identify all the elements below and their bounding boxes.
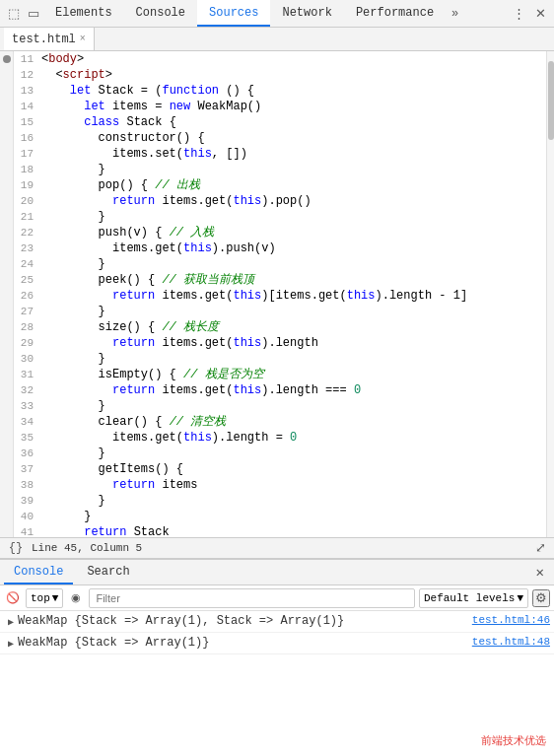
code-line[interactable]: 14 let items = new WeakMap()	[14, 99, 546, 114]
code-line[interactable]: 30 }	[14, 351, 546, 367]
code-line[interactable]: 25 peek() { // 获取当前栈顶	[14, 272, 546, 288]
code-line[interactable]: 12 <script>	[14, 67, 546, 83]
code-line[interactable]: 16 constructor() {	[14, 130, 546, 146]
line-number: 39	[14, 493, 41, 509]
line-number: 30	[14, 351, 41, 367]
line-content: push(v) { // 入栈	[41, 225, 546, 241]
tab-sources[interactable]: Sources	[197, 0, 270, 27]
tab-elements[interactable]: Elements	[43, 0, 124, 27]
code-line[interactable]: 24 }	[14, 256, 546, 272]
code-line[interactable]: 22 push(v) { // 入栈	[14, 225, 546, 241]
code-line[interactable]: 38 return items	[14, 477, 546, 493]
line-number: 11	[14, 51, 41, 67]
code-line[interactable]: 29 return items.get(this).length	[14, 335, 546, 351]
code-line[interactable]: 18 }	[14, 162, 546, 177]
line-number: 35	[14, 430, 41, 446]
code-line[interactable]: 41 return Stack	[14, 524, 546, 537]
line-content: let Stack = (function () {	[41, 83, 546, 99]
code-line[interactable]: 23 items.get(this).push(v)	[14, 241, 546, 256]
line-number: 14	[14, 99, 41, 114]
devtools-tabs: Elements Console Sources Network Perform…	[43, 0, 509, 27]
line-content: }	[41, 256, 546, 272]
device-icon[interactable]: ▭	[24, 4, 43, 24]
code-line[interactable]: 28 size() { // 栈长度	[14, 319, 546, 335]
line-number: 29	[14, 335, 41, 351]
code-line[interactable]: 39 }	[14, 493, 546, 509]
code-line[interactable]: 27 }	[14, 304, 546, 319]
inspect-icon[interactable]: ⬚	[4, 4, 24, 24]
code-line[interactable]: 26 return items.get(this)[items.get(this…	[14, 288, 546, 304]
line-content: getItems() {	[41, 461, 546, 477]
code-line[interactable]: 19 pop() { // 出栈	[14, 177, 546, 193]
status-code-icon: {}	[8, 540, 24, 556]
code-scroll-area[interactable]: 11<body>12 <script>13 let Stack = (funct…	[14, 51, 546, 537]
close-devtools-icon[interactable]: ✕	[530, 4, 550, 24]
log-expand-arrow[interactable]: ▶	[4, 615, 18, 629]
eye-icon[interactable]: ◉	[67, 589, 85, 607]
code-line[interactable]: 33 }	[14, 398, 546, 414]
code-line[interactable]: 36 }	[14, 446, 546, 461]
log-entry[interactable]: ▶ WeakMap {Stack => Array(1)} test.html:…	[0, 633, 554, 654]
log-entry[interactable]: ▶ WeakMap {Stack => Array(1), Stack => A…	[0, 611, 554, 633]
line-number: 31	[14, 367, 41, 382]
line-number: 19	[14, 177, 41, 193]
line-number: 34	[14, 414, 41, 430]
line-content: }	[41, 162, 546, 177]
code-line[interactable]: 37 getItems() {	[14, 461, 546, 477]
line-number: 27	[14, 304, 41, 319]
log-expand-arrow[interactable]: ▶	[4, 637, 18, 651]
log-text: WeakMap {Stack => Array(1), Stack => Arr…	[18, 614, 464, 628]
clear-console-icon[interactable]: 🚫	[4, 589, 22, 607]
line-content: }	[41, 509, 546, 524]
line-content: <body>	[41, 51, 546, 67]
line-content: <script>	[41, 67, 546, 83]
line-number: 21	[14, 209, 41, 225]
file-tab-close-icon[interactable]: ×	[80, 34, 86, 44]
tab-console[interactable]: Console	[124, 0, 197, 27]
vertical-scrollbar[interactable]	[546, 51, 554, 537]
line-content: items.get(this).length = 0	[41, 430, 546, 446]
more-tabs-icon[interactable]: »	[446, 0, 464, 27]
code-line[interactable]: 13 let Stack = (function () {	[14, 83, 546, 99]
log-source-link[interactable]: test.html:46	[472, 614, 550, 626]
scroll-thumb[interactable]	[548, 61, 554, 140]
code-line[interactable]: 15 class Stack {	[14, 114, 546, 130]
code-line[interactable]: 34 clear() { // 清空栈	[14, 414, 546, 430]
code-line[interactable]: 40 }	[14, 509, 546, 524]
code-line[interactable]: 11<body>	[14, 51, 546, 67]
code-line[interactable]: 35 items.get(this).length = 0	[14, 430, 546, 446]
code-line[interactable]: 20 return items.get(this).pop()	[14, 193, 546, 209]
line-number: 37	[14, 461, 41, 477]
line-number: 18	[14, 162, 41, 177]
line-number: 22	[14, 225, 41, 241]
context-dropdown-arrow: ▼	[52, 592, 59, 604]
code-line[interactable]: 17 items.set(this, [])	[14, 146, 546, 162]
line-number: 12	[14, 67, 41, 83]
tab-console-panel[interactable]: Console	[4, 560, 73, 584]
console-filter-input[interactable]	[89, 588, 415, 608]
tab-network[interactable]: Network	[270, 0, 343, 27]
log-levels-dropdown[interactable]: Default levels ▼	[419, 588, 528, 608]
line-content: return items.get(this).length	[41, 335, 546, 351]
code-line[interactable]: 31 isEmpty() { // 栈是否为空	[14, 367, 546, 382]
console-settings-icon[interactable]: ⚙	[532, 589, 550, 607]
line-number: 33	[14, 398, 41, 414]
line-number: 38	[14, 477, 41, 493]
code-line[interactable]: 32 return items.get(this).length === 0	[14, 382, 546, 398]
line-content: return items.get(this).pop()	[41, 193, 546, 209]
context-dropdown[interactable]: top ▼	[26, 588, 63, 608]
log-source-link[interactable]: test.html:48	[472, 636, 550, 648]
file-tab-test-html[interactable]: test.html ×	[4, 28, 95, 50]
tab-performance[interactable]: Performance	[344, 0, 446, 27]
tab-search-panel[interactable]: Search	[77, 560, 139, 584]
status-expand-icon[interactable]: ⤢	[535, 540, 546, 556]
status-position-text: Line 45, Column 5	[32, 542, 142, 554]
toolbar-right-icons: ⋮ ✕	[509, 4, 550, 24]
close-console-icon[interactable]: ✕	[530, 564, 550, 581]
code-line[interactable]: 21 }	[14, 209, 546, 225]
line-number: 20	[14, 193, 41, 209]
code-editor[interactable]: 11<body>12 <script>13 let Stack = (funct…	[14, 51, 546, 537]
more-options-icon[interactable]: ⋮	[509, 4, 528, 24]
watermark-text: 前端技术优选	[481, 735, 546, 747]
line-content: clear() { // 清空栈	[41, 414, 546, 430]
